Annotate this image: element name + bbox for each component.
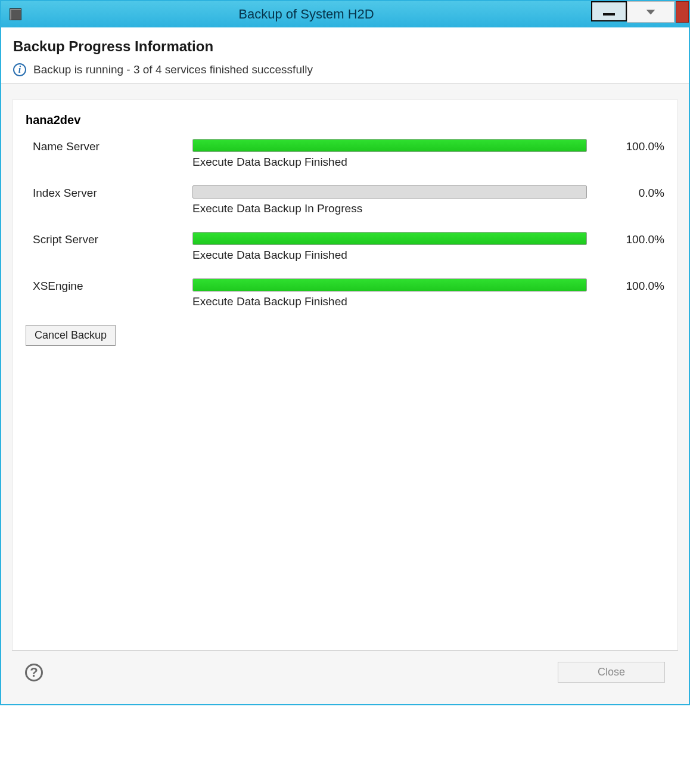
info-icon: i [13,63,26,76]
progress-bar [192,185,587,199]
progress-bar-wrap: Execute Data Backup In Progress [192,185,587,215]
service-row: Index ServerExecute Data Backup In Progr… [26,185,664,215]
cancel-backup-button[interactable]: Cancel Backup [26,325,116,346]
window-buttons [591,1,689,27]
service-label: Name Server [26,139,181,153]
progress-panel: hana2dev Name ServerExecute Data Backup … [12,100,678,650]
close-window-button[interactable] [676,1,689,23]
service-percent: 100.0% [599,232,664,246]
service-status-text: Execute Data Backup Finished [192,249,587,262]
host-name: hana2dev [26,113,664,127]
services-list: Name ServerExecute Data Backup Finished1… [26,139,664,308]
page-title: Backup Progress Information [13,38,677,55]
status-line: i Backup is running - 3 of 4 services fi… [13,63,677,76]
service-status-text: Execute Data Backup In Progress [192,202,587,215]
footer-bar: ? Close [12,650,678,693]
service-row: Name ServerExecute Data Backup Finished1… [26,139,664,169]
window-menu-dropdown[interactable] [627,1,675,23]
progress-fill [193,140,586,151]
content-area: hana2dev Name ServerExecute Data Backup … [1,84,689,704]
chevron-down-icon [645,8,656,16]
service-row: XSEngineExecute Data Backup Finished100.… [26,278,664,308]
progress-bar [192,278,587,292]
progress-bar-wrap: Execute Data Backup Finished [192,278,587,308]
progress-bar [192,232,587,245]
service-label: Index Server [26,185,181,200]
progress-bar-wrap: Execute Data Backup Finished [192,232,587,262]
service-row: Script ServerExecute Data Backup Finishe… [26,232,664,262]
minimize-button[interactable] [591,1,627,21]
minimize-icon [603,13,615,16]
progress-bar [192,139,587,152]
backup-progress-window: Backup of System H2D Backup Progress Inf… [0,0,690,705]
window-title: Backup of System H2D [21,7,591,22]
help-icon[interactable]: ? [25,664,43,681]
svg-marker-0 [647,10,655,14]
service-label: XSEngine [26,278,181,293]
panel-footer: Cancel Backup [26,325,664,346]
header-area: Backup Progress Information i Backup is … [1,27,689,84]
progress-fill [193,279,586,291]
close-button[interactable]: Close [558,662,665,683]
service-label: Script Server [26,232,181,246]
service-percent: 0.0% [599,185,664,200]
progress-fill [193,233,586,244]
service-status-text: Execute Data Backup Finished [192,156,587,169]
service-percent: 100.0% [599,139,664,153]
app-icon [10,8,21,20]
service-status-text: Execute Data Backup Finished [192,295,587,308]
service-percent: 100.0% [599,278,664,293]
progress-bar-wrap: Execute Data Backup Finished [192,139,587,169]
status-text: Backup is running - 3 of 4 services fini… [33,63,313,76]
titlebar[interactable]: Backup of System H2D [1,1,689,27]
